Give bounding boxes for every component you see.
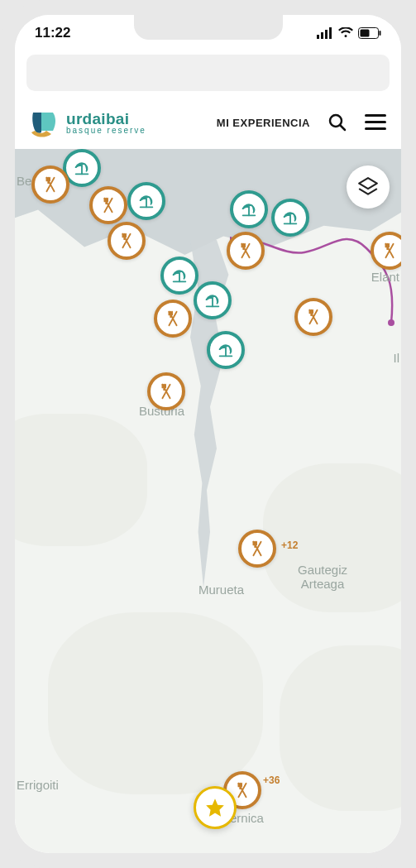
cluster-count-guernica: +36: [263, 774, 280, 786]
map-terrain: [15, 414, 147, 546]
phone-frame: 11:22 urdaibai basque reserve: [0, 0, 416, 868]
restaurant-pin[interactable]: [108, 222, 146, 260]
restaurant-pin[interactable]: [154, 300, 192, 338]
map-label-elantxobe: Elant: [371, 270, 399, 284]
fork-knife-icon: [117, 232, 136, 250]
hamburger-icon: [365, 114, 386, 131]
svg-rect-0: [317, 35, 319, 39]
featured-pin[interactable]: [194, 786, 237, 829]
status-icons: [317, 27, 381, 39]
restaurant-pin[interactable]: [31, 165, 69, 204]
fork-knife-icon: [157, 382, 175, 400]
fork-knife-icon: [164, 309, 182, 328]
beach-icon: [73, 159, 91, 177]
beach-pin[interactable]: [194, 281, 232, 319]
beach-pin[interactable]: [230, 190, 268, 228]
app-header: urdaibai basque reserve MI EXPERIENCIA: [15, 99, 401, 149]
beach-icon: [217, 341, 235, 359]
fork-knife-icon: [237, 242, 255, 260]
map-label-ibarrangelu: Il: [394, 351, 400, 365]
restaurant-pin[interactable]: [147, 372, 185, 410]
signal-icon: [317, 27, 333, 39]
map-terrain: [280, 645, 401, 811]
beach-pin[interactable]: [160, 257, 198, 295]
fork-knife-icon: [380, 242, 399, 260]
svg-rect-5: [380, 31, 381, 36]
beach-icon: [281, 209, 299, 227]
svg-rect-9: [365, 114, 386, 117]
notch: [134, 15, 283, 40]
battery-icon: [358, 27, 381, 39]
layers-button[interactable]: [347, 165, 390, 209]
layers-icon: [357, 176, 379, 198]
beach-icon: [170, 266, 189, 285]
status-time: 11:22: [35, 25, 70, 41]
svg-rect-6: [361, 30, 370, 37]
fork-knife-icon: [41, 175, 60, 194]
search-button[interactable]: [327, 112, 348, 133]
restaurant-pin[interactable]: [227, 232, 265, 270]
fork-knife-icon: [248, 540, 266, 558]
restaurant-pin[interactable]: [89, 186, 127, 224]
svg-rect-1: [321, 32, 323, 39]
fork-knife-icon: [99, 196, 117, 214]
address-bar[interactable]: [26, 55, 390, 91]
brand-name: urdaibai: [66, 111, 146, 127]
map-label-murueta: Murueta: [198, 583, 244, 597]
brand-subtitle: basque reserve: [66, 127, 146, 135]
beach-icon: [240, 200, 258, 218]
beach-pin[interactable]: [127, 182, 165, 220]
svg-marker-14: [359, 178, 377, 189]
map-canvas[interactable]: Berm Elant Il Busturia Murueta Gautegiz …: [15, 149, 401, 853]
restaurant-pin[interactable]: [238, 530, 276, 568]
svg-marker-15: [206, 798, 224, 817]
beach-pin[interactable]: [271, 199, 309, 237]
svg-line-8: [340, 125, 345, 130]
menu-button[interactable]: [365, 112, 386, 133]
phone-screen: 11:22 urdaibai basque reserve: [15, 15, 401, 853]
wifi-icon: [338, 27, 353, 39]
beach-pin[interactable]: [207, 331, 245, 369]
header-right: MI EXPERIENCIA: [217, 112, 386, 133]
fork-knife-icon: [233, 781, 251, 799]
map-label-gautegiz: Gautegiz Arteaga: [298, 563, 347, 591]
beach-icon: [137, 192, 155, 210]
svg-rect-11: [365, 127, 386, 130]
svg-point-13: [388, 319, 394, 326]
brand-text: urdaibai basque reserve: [66, 111, 146, 135]
map-label-errigoiti: Errigoiti: [17, 778, 59, 792]
cluster-count-murueta: +12: [281, 540, 298, 551]
svg-rect-2: [325, 30, 328, 39]
brand-logo[interactable]: urdaibai basque reserve: [30, 108, 146, 137]
restaurant-pin[interactable]: [294, 298, 332, 336]
nav-my-experience[interactable]: MI EXPERIENCIA: [217, 117, 310, 129]
fork-knife-icon: [304, 308, 323, 326]
svg-rect-3: [329, 27, 332, 39]
brand-mark-icon: [30, 108, 60, 137]
beach-icon: [203, 291, 222, 309]
map-terrain: [48, 612, 263, 794]
svg-rect-10: [365, 121, 386, 123]
search-icon: [328, 113, 347, 132]
star-icon: [204, 797, 226, 818]
